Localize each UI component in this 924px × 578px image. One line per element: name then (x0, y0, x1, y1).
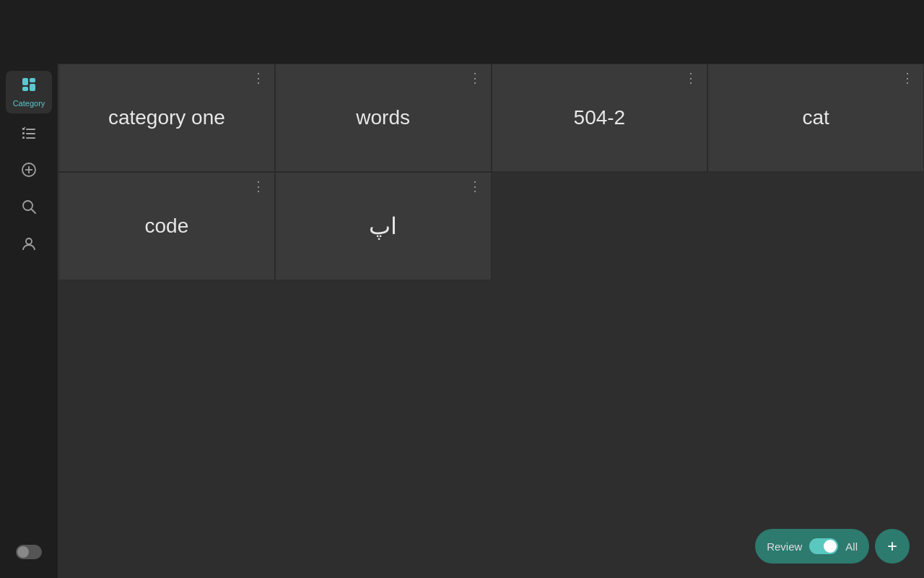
content-area: ⋮ category one ⋮ words ⋮ 504-2 ⋮ cat ⋮ c… (58, 64, 924, 578)
card-menu-icon-4[interactable]: ⋮ (901, 72, 915, 85)
sidebar-item-category-label: Category (13, 99, 45, 108)
card-text-1: category one (94, 92, 240, 144)
card-code[interactable]: ⋮ code (58, 172, 275, 280)
main-area: Category (0, 64, 924, 578)
cards-grid: ⋮ category one ⋮ words ⋮ 504-2 ⋮ cat ⋮ c… (58, 64, 924, 280)
card-text-4: cat (788, 92, 843, 144)
list-icon (21, 125, 37, 144)
svg-rect-0 (22, 78, 28, 85)
card-text-6: اپ (354, 198, 411, 254)
svg-rect-6 (22, 132, 25, 134)
sidebar-bottom (16, 545, 42, 571)
svg-rect-9 (26, 137, 35, 139)
card-arabic[interactable]: ⋮ اپ (275, 172, 492, 280)
card-menu-icon-6[interactable]: ⋮ (468, 180, 482, 193)
sidebar-item-add[interactable] (6, 156, 52, 187)
sidebar-item-user[interactable] (6, 230, 52, 261)
svg-rect-5 (26, 129, 35, 130)
card-cat[interactable]: ⋮ cat (707, 64, 924, 172)
add-circle-icon (21, 162, 37, 181)
svg-rect-1 (22, 87, 28, 91)
sidebar: Category (0, 64, 58, 578)
svg-line-14 (31, 209, 35, 213)
card-menu-icon-5[interactable]: ⋮ (252, 180, 266, 193)
top-bar (0, 0, 924, 64)
card-menu-icon-2[interactable]: ⋮ (468, 72, 482, 85)
review-label: Review (767, 540, 802, 553)
card-category-one[interactable]: ⋮ category one (58, 64, 275, 172)
card-text-3: 504-2 (559, 92, 640, 144)
all-label: All (845, 540, 858, 553)
card-words[interactable]: ⋮ words (275, 64, 492, 172)
card-text-2: words (341, 92, 424, 144)
sidebar-item-list[interactable] (6, 119, 52, 150)
bottom-action-bar: Review All + (755, 529, 910, 564)
svg-point-15 (26, 238, 32, 244)
sidebar-item-category[interactable]: Category (6, 71, 52, 113)
add-button[interactable]: + (875, 529, 910, 564)
svg-rect-3 (30, 84, 35, 91)
card-504-2[interactable]: ⋮ 504-2 (492, 64, 708, 172)
card-empty-1 (492, 172, 708, 280)
sidebar-toggle[interactable] (16, 545, 42, 559)
sidebar-top: Category (6, 71, 52, 261)
svg-rect-7 (26, 133, 35, 134)
svg-rect-8 (22, 137, 25, 139)
category-icon (21, 77, 37, 96)
user-icon (21, 236, 37, 255)
card-menu-icon-3[interactable]: ⋮ (684, 72, 698, 85)
card-text-5: code (131, 200, 204, 252)
card-menu-icon-1[interactable]: ⋮ (252, 72, 266, 85)
review-pill[interactable]: Review All (755, 529, 869, 564)
search-icon (21, 199, 37, 218)
review-toggle[interactable] (809, 538, 838, 554)
sidebar-item-search[interactable] (6, 193, 52, 224)
card-empty-2 (707, 172, 924, 280)
svg-rect-2 (30, 78, 35, 82)
